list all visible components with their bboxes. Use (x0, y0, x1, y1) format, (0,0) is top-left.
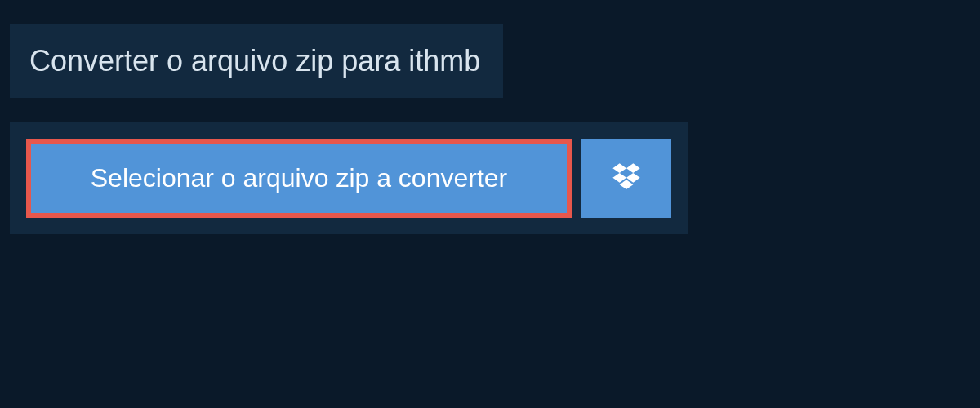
select-file-button[interactable]: Selecionar o arquivo zip a converter (26, 139, 572, 218)
select-button-label: Selecionar o arquivo zip a converter (91, 163, 508, 193)
dropbox-icon (610, 161, 643, 197)
page-title: Converter o arquivo zip para ithmb (10, 24, 503, 98)
dropbox-button[interactable] (581, 139, 671, 218)
upload-panel: Selecionar o arquivo zip a converter (10, 122, 688, 234)
title-text: Converter o arquivo zip para ithmb (29, 44, 480, 78)
